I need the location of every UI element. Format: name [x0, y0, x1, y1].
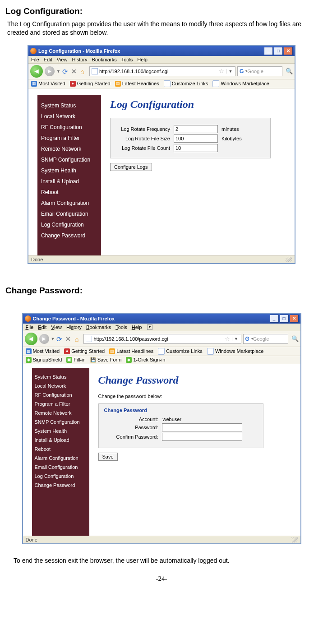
page-content: System StatusLocal NetworkRF Configurati… — [23, 364, 300, 536]
nav-toolbar: ◄ ► ▼ ⟳ ✕ ⌂ http://192.168.1.100/passwor… — [23, 331, 300, 347]
menu-tools[interactable]: Tools — [115, 324, 127, 330]
rss-icon: ▤ — [115, 81, 121, 87]
minimize-button[interactable]: _ — [264, 47, 273, 55]
sidebar-item[interactable]: RF Configuration — [41, 122, 97, 133]
input-rotate-filesize[interactable] — [174, 134, 218, 143]
firefox-small-icon: ● — [64, 348, 70, 354]
sidebar-item[interactable]: Reboot — [41, 187, 97, 198]
toolbar-signupshield[interactable]: ◆SignupShield — [26, 357, 62, 363]
home-button[interactable]: ⌂ — [74, 335, 82, 343]
bookmark-marketplace[interactable]: Windows Marketplace — [207, 348, 264, 355]
back-button[interactable]: ◄ — [25, 333, 37, 345]
toolbar-fillin[interactable]: ▣Fill-in — [66, 357, 85, 363]
home-button[interactable]: ⌂ — [80, 68, 88, 75]
reload-button[interactable]: ⟳ — [56, 335, 64, 343]
back-button[interactable]: ◄ — [30, 65, 43, 78]
forward-button[interactable]: ► — [45, 66, 55, 76]
input-rotate-filecount[interactable] — [174, 144, 218, 152]
sidebar-item[interactable]: Log Configuration — [41, 219, 97, 230]
sidebar-item[interactable]: System Health — [41, 165, 97, 176]
sidebar-item[interactable]: Reboot — [35, 445, 87, 454]
sidebar-item[interactable]: Alarm Configuration — [41, 198, 97, 208]
maximize-button[interactable]: □ — [274, 47, 283, 55]
input-password[interactable] — [162, 423, 242, 431]
nav-dropdown-icon[interactable]: ▼ — [56, 69, 60, 74]
maximize-button[interactable]: □ — [280, 315, 289, 323]
menu-view[interactable]: View — [57, 57, 68, 62]
sidebar-item[interactable]: SNMP Configuration — [41, 154, 97, 165]
sidebar-item[interactable]: Email Configuration — [35, 463, 87, 472]
sidebar-item[interactable]: Change Password — [41, 230, 97, 241]
reload-button[interactable]: ⟳ — [62, 68, 69, 75]
bookmark-marketplace[interactable]: Windows Marketplace — [212, 80, 269, 87]
resize-grip-icon[interactable] — [286, 257, 292, 262]
menu-help[interactable]: Help — [137, 57, 148, 62]
sidebar-item[interactable]: Program a Filter — [41, 133, 97, 144]
bookmark-most-visited[interactable]: ▦Most Visited — [26, 348, 60, 354]
menu-tools[interactable]: Tools — [121, 57, 133, 62]
menu-edit[interactable]: Edit — [38, 324, 46, 330]
search-go-icon[interactable]: 🔍 — [291, 335, 299, 342]
sidebar-item[interactable]: Local Network — [35, 381, 87, 390]
address-bar[interactable]: http://192.168.1.100/logconf.cgi ☆ ▼ — [89, 66, 235, 76]
menu-extra-dropdown[interactable]: ▾ — [147, 324, 152, 330]
sidebar-item[interactable]: Remote Network — [35, 408, 87, 417]
search-box[interactable]: G▾ Google — [243, 334, 288, 344]
menu-history[interactable]: History — [72, 57, 87, 62]
sidebar-item[interactable]: Alarm Configuration — [35, 454, 87, 463]
close-button[interactable]: ✕ — [284, 47, 293, 55]
page-icon — [212, 80, 219, 87]
menu-help[interactable]: Help — [132, 324, 142, 330]
menu-file[interactable]: File — [26, 324, 34, 330]
toolbar-saveform[interactable]: 💾Save Form — [90, 357, 122, 363]
bookmark-latest-headlines[interactable]: ▤Latest Headlines — [109, 348, 153, 354]
sidebar-item[interactable]: System Health — [35, 426, 87, 436]
menu-bar: File Edit View History Bookmarks Tools H… — [28, 56, 295, 64]
window-titlebar: Change Password - Mozilla Firefox _ □ ✕ — [23, 314, 300, 324]
bookmark-customize-links[interactable]: Customize Links — [164, 80, 208, 87]
bookmark-customize-links[interactable]: Customize Links — [158, 348, 203, 355]
forward-button[interactable]: ► — [39, 334, 49, 344]
save-button[interactable]: Save — [98, 453, 118, 461]
configure-logs-button[interactable]: Configure Logs — [110, 163, 152, 171]
sidebar-item[interactable]: RF Configuration — [35, 390, 87, 399]
sidebar-item[interactable]: Email Configuration — [41, 208, 97, 219]
sidebar-item[interactable]: Install & Upload — [41, 176, 97, 187]
bookmark-star-icon[interactable]: ☆ — [219, 68, 224, 74]
toolbar-oneclick[interactable]: ◆1-Click Sign-in — [126, 357, 165, 363]
search-go-icon[interactable]: 🔍 — [286, 68, 293, 74]
menu-edit[interactable]: Edit — [44, 57, 52, 62]
sidebar-item[interactable]: Change Password — [35, 481, 87, 490]
search-box[interactable]: G▾ Google — [237, 66, 282, 76]
doc-heading-log-config: Log Configuration: — [5, 6, 318, 16]
bookmark-most-visited[interactable]: ▦Most Visited — [31, 81, 65, 87]
sidebar-item[interactable]: System Status — [41, 100, 97, 111]
input-rotate-frequency[interactable] — [174, 125, 218, 133]
menu-file[interactable]: File — [31, 57, 39, 62]
stop-button[interactable]: ✕ — [65, 335, 73, 343]
sidebar-item[interactable]: Install & Upload — [35, 436, 87, 445]
url-dropdown-icon[interactable]: ▼ — [232, 337, 239, 341]
bookmark-getting-started[interactable]: ●Getting Started — [64, 348, 105, 354]
sidebar-item[interactable]: Remote Network — [41, 144, 97, 154]
url-dropdown-icon[interactable]: ▼ — [226, 69, 233, 74]
close-button[interactable]: ✕ — [290, 315, 299, 323]
minimize-button[interactable]: _ — [270, 315, 279, 323]
address-bar[interactable]: http://192.168.1.100/password.cgi ☆ ▼ — [83, 334, 241, 344]
sidebar-item[interactable]: System Status — [35, 372, 87, 381]
resize-grip-icon[interactable] — [291, 537, 298, 542]
input-confirm-password[interactable] — [162, 433, 242, 441]
bookmark-latest-headlines[interactable]: ▤Latest Headlines — [115, 81, 159, 87]
nav-dropdown-icon[interactable]: ▼ — [51, 337, 55, 341]
bookmark-star-icon[interactable]: ☆ — [225, 335, 230, 342]
sidebar-item[interactable]: Local Network — [41, 111, 97, 122]
sidebar-item[interactable]: SNMP Configuration — [35, 417, 87, 426]
stop-button[interactable]: ✕ — [71, 68, 78, 75]
menu-bookmarks[interactable]: Bookmarks — [86, 324, 111, 330]
sidebar-item[interactable]: Program a Filter — [35, 399, 87, 408]
menu-bookmarks[interactable]: Bookmarks — [92, 57, 117, 62]
menu-view[interactable]: View — [51, 324, 62, 330]
menu-history[interactable]: History — [66, 324, 82, 330]
sidebar-item[interactable]: Log Configuration — [35, 472, 87, 481]
bookmark-getting-started[interactable]: ●Getting Started — [70, 81, 111, 87]
